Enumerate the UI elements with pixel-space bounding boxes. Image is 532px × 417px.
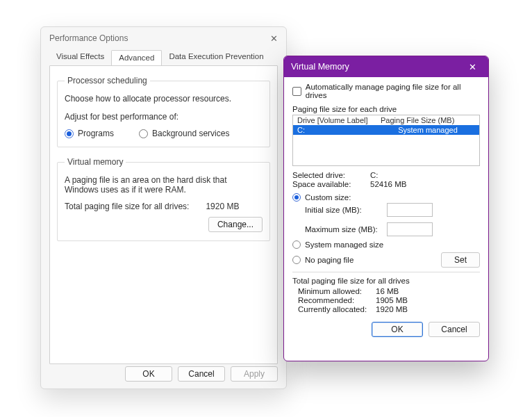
- drive-list-header: Drive [Volume Label] Paging File Size (M…: [293, 115, 479, 125]
- maximum-size-label: Maximum size (MB):: [305, 225, 387, 234]
- selected-drive-value: C:: [370, 171, 480, 179]
- radio-dot-icon: [292, 256, 301, 264]
- virtual-memory-legend: Virtual memory: [65, 157, 126, 167]
- adjust-label: Adjust for best performance of:: [65, 112, 263, 122]
- vm-footer: OK Cancel: [292, 322, 480, 337]
- virtual-memory-dialog: Virtual Memory ✕ Automatically manage pa…: [283, 56, 489, 361]
- close-icon[interactable]: ✕: [459, 58, 485, 76]
- tab-advanced[interactable]: Advanced: [111, 50, 162, 66]
- performance-options-window: Performance Options ✕ Visual Effects Adv…: [40, 26, 287, 389]
- perf-title: Performance Options: [49, 33, 267, 43]
- radio-system-managed[interactable]: System managed size: [292, 240, 383, 249]
- radio-no-paging-file[interactable]: No paging file: [292, 256, 354, 264]
- radio-background-label: Background services: [152, 129, 229, 138]
- change-button[interactable]: Change...: [208, 217, 263, 232]
- radio-dot-icon: [139, 129, 148, 138]
- drive-row-label: C:: [297, 126, 381, 134]
- maximum-size-input[interactable]: [387, 222, 433, 236]
- minimum-allowed-label: Minimum allowed:: [298, 287, 376, 295]
- radio-custom-size[interactable]: Custom size:: [292, 193, 351, 202]
- currently-allocated-label: Currently allocated:: [298, 305, 376, 313]
- processor-scheduling-legend: Processor scheduling: [65, 76, 150, 85]
- vm-titlebar: Virtual Memory ✕: [284, 56, 488, 77]
- radio-no-paging-label: No paging file: [305, 256, 354, 264]
- set-button[interactable]: Set: [441, 252, 480, 268]
- vm-title: Virtual Memory: [291, 62, 459, 72]
- perf-titlebar: Performance Options ✕: [41, 27, 286, 49]
- drive-list[interactable]: Drive [Volume Label] Paging File Size (M…: [292, 115, 480, 166]
- selected-drive-label: Selected drive:: [292, 171, 370, 179]
- initial-size-label: Initial size (MB):: [305, 206, 387, 214]
- minimum-allowed-value: 16 MB: [376, 287, 480, 295]
- auto-manage-checkbox[interactable]: Automatically manage paging file size fo…: [292, 83, 480, 99]
- initial-size-input[interactable]: [387, 203, 433, 217]
- radio-background-services[interactable]: Background services: [139, 129, 229, 138]
- cancel-button[interactable]: Cancel: [178, 366, 225, 382]
- radio-programs-label: Programs: [78, 129, 114, 138]
- tab-dep[interactable]: Data Execution Prevention: [162, 49, 270, 65]
- space-available-value: 52416 MB: [370, 180, 480, 188]
- radio-dot-icon: [65, 129, 74, 138]
- hdr-drive: Drive [Volume Label]: [297, 116, 381, 124]
- auto-manage-label: Automatically manage paging file size fo…: [306, 83, 480, 99]
- each-drive-label: Paging file size for each drive: [292, 105, 480, 113]
- perf-tabs: Visual Effects Advanced Data Execution P…: [41, 49, 286, 65]
- hdr-size: Paging File Size (MB): [381, 116, 475, 124]
- radio-programs[interactable]: Programs: [65, 129, 114, 138]
- perf-footer: OK Cancel Apply: [125, 366, 278, 382]
- vm-body: Automatically manage paging file size fo…: [284, 77, 488, 344]
- radio-custom-size-label: Custom size:: [305, 193, 351, 202]
- ok-button[interactable]: OK: [125, 366, 172, 382]
- separator: [292, 272, 480, 272]
- close-icon[interactable]: ✕: [267, 31, 281, 45]
- total-paging-label: Total paging file size for all drives:: [65, 202, 189, 211]
- cancel-button[interactable]: Cancel: [429, 322, 480, 337]
- radio-dot-icon: [292, 240, 301, 249]
- virtual-memory-desc: A paging file is an area on the hard dis…: [65, 175, 263, 195]
- drive-row-size: System managed: [381, 126, 475, 134]
- perf-tab-panel: Processor scheduling Choose how to alloc…: [49, 65, 278, 364]
- currently-allocated-value: 1920 MB: [376, 305, 480, 313]
- virtual-memory-group: Virtual memory A paging file is an area …: [57, 157, 270, 241]
- processor-scheduling-desc: Choose how to allocate processor resourc…: [65, 94, 263, 104]
- processor-scheduling-group: Processor scheduling Choose how to alloc…: [57, 76, 270, 147]
- checkbox-box-icon: [292, 87, 301, 96]
- radio-system-managed-label: System managed size: [305, 240, 383, 249]
- apply-button[interactable]: Apply: [231, 366, 278, 382]
- recommended-label: Recommended:: [298, 296, 376, 304]
- total-paging-value: 1920 MB: [206, 202, 239, 211]
- ok-button[interactable]: OK: [372, 322, 423, 337]
- tab-visual-effects[interactable]: Visual Effects: [49, 49, 111, 65]
- recommended-value: 1905 MB: [376, 296, 480, 304]
- radio-dot-icon: [292, 193, 301, 202]
- totals-title: Total paging file size for all drives: [292, 277, 480, 285]
- space-available-label: Space available:: [292, 180, 370, 188]
- drive-row[interactable]: C: System managed: [293, 125, 479, 135]
